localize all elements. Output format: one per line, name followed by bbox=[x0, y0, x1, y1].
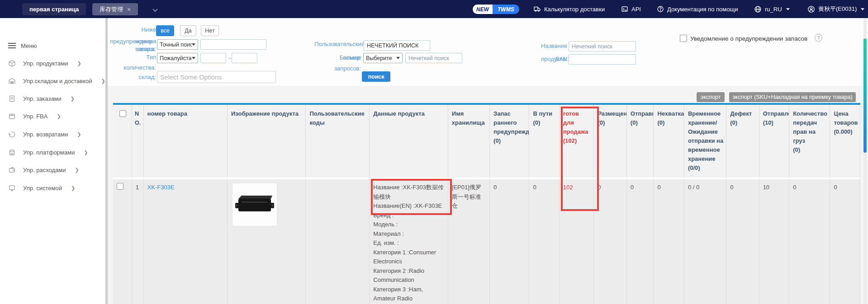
topbar-item-user[interactable]: 黄秋平(E0031) bbox=[807, 0, 864, 18]
product-data-line: Категория 1 :Consumer Electronics bbox=[373, 248, 445, 267]
search-button[interactable]: поиск bbox=[362, 71, 390, 82]
product-data-line: Модель : bbox=[373, 220, 445, 229]
product-number-label-line2: товара: bbox=[135, 46, 155, 52]
sidebar-item-label: Упр. заказами bbox=[23, 95, 62, 102]
sidebar-item-return[interactable]: Упр. возвратами❯ bbox=[8, 131, 81, 138]
product-number-select[interactable]: Точный поиск bbox=[157, 39, 198, 50]
more-queries-select[interactable]: Выберите bbox=[363, 53, 403, 63]
column-header-placement: Размещение(0) bbox=[594, 105, 626, 178]
globe-icon bbox=[754, 5, 762, 13]
hamburger-icon bbox=[8, 42, 16, 50]
terminal-icon bbox=[621, 5, 628, 13]
topbar-item-terminal[interactable]: API bbox=[621, 0, 641, 18]
store-icon bbox=[8, 149, 16, 156]
column-header-product_data: Данные продукта bbox=[370, 105, 448, 178]
filter-yes-button[interactable]: Да bbox=[180, 25, 196, 36]
column-header-ready_for_sale: готов для продажа(102) bbox=[560, 105, 594, 178]
sidebar-item-cube[interactable]: Упр. продуктами❯ bbox=[8, 60, 81, 67]
product-data-line: Категория 3 :Ham, Amateur Radio bbox=[373, 285, 445, 304]
scrollbar-thumb[interactable] bbox=[863, 38, 867, 153]
topbar-item-label: API bbox=[631, 6, 641, 13]
menu-label: Меню bbox=[21, 42, 37, 49]
qty-min-input[interactable] bbox=[200, 53, 226, 63]
sidebar-item-label: Упр. возвратами bbox=[23, 131, 68, 138]
topbar-item-globe[interactable]: ru_RU bbox=[754, 0, 790, 18]
caret-down-icon bbox=[786, 8, 790, 10]
product-data-line: Название :XK-F303数据传输模块 bbox=[373, 183, 445, 201]
sidebar-item-store[interactable]: Упр. платформами❯ bbox=[8, 149, 88, 156]
product-name-label-line1: Название bbox=[541, 42, 567, 49]
column-header-custom_codes: Пользовательские коды bbox=[306, 105, 370, 178]
cell-cargo_transfer: 0 bbox=[789, 179, 830, 304]
column-header-no: NO. bbox=[132, 105, 144, 178]
column-header-in_transit: В пути(0) bbox=[529, 105, 560, 178]
user-icon bbox=[807, 5, 815, 13]
tab-home[interactable]: первая страница bbox=[22, 3, 86, 15]
chevron-right-icon: ❯ bbox=[77, 131, 81, 137]
cell-price: 0 bbox=[830, 179, 860, 304]
filter-all-button[interactable]: все bbox=[156, 25, 174, 36]
custom-code-label-line2: номер: bbox=[343, 54, 362, 61]
product-data-line: Категория 2 :Radio Communication bbox=[373, 267, 445, 285]
below-warning-label-line1: Ниже bbox=[141, 26, 156, 33]
qty-max-input[interactable] bbox=[232, 53, 257, 63]
wallet-icon bbox=[8, 166, 16, 174]
stock-warning-label: Уведомление о предупреждении запасов bbox=[690, 35, 807, 42]
cell-early_warning: 0 bbox=[490, 179, 529, 304]
sidebar-item-wallet[interactable]: Упр. расходами❯ bbox=[8, 166, 79, 174]
column-header-early_warning: Запас раннего предупреждения(0) bbox=[490, 105, 529, 178]
cell-defect: 0 bbox=[726, 179, 759, 304]
sidebar-item-system[interactable]: Упр. системой❯ bbox=[8, 184, 75, 192]
more-queries-input[interactable] bbox=[405, 53, 462, 63]
topbar-item-truck[interactable]: Калькулятор доставки bbox=[533, 0, 605, 18]
tab-inventory[interactable]: 库存管理 × bbox=[92, 3, 138, 15]
export-sku-button[interactable]: экспорт (SKU+Накладная на приемку товара… bbox=[729, 92, 856, 102]
sidebar-item-document[interactable]: Упр. заказами❯ bbox=[8, 95, 75, 103]
select-all-checkbox[interactable] bbox=[119, 110, 126, 117]
product-name-input[interactable] bbox=[569, 41, 636, 51]
help-icon[interactable]: ? bbox=[815, 34, 822, 42]
chevron-right-icon: ❯ bbox=[75, 167, 79, 173]
product-image[interactable] bbox=[232, 183, 277, 226]
menu-toggle[interactable]: Меню bbox=[8, 42, 37, 50]
chevron-right-icon: ❯ bbox=[77, 61, 81, 66]
column-header-temp_storage: Временное хранение/Ожидание отправки на … bbox=[684, 105, 726, 178]
column-header-image: Изображение продукта bbox=[228, 105, 306, 178]
sidebar-item-box[interactable]: Упр. FBA❯ bbox=[8, 112, 61, 120]
warehouse-multiselect[interactable] bbox=[157, 71, 276, 83]
stock-warning-checkbox[interactable] bbox=[680, 35, 687, 42]
product-number-input[interactable] bbox=[200, 39, 266, 50]
column-header-shipped: Отправлено(10) bbox=[759, 105, 790, 178]
product-data-line: Ед. изм. : bbox=[373, 239, 445, 248]
filter-no-button[interactable]: Нет bbox=[201, 25, 219, 36]
row-checkbox[interactable] bbox=[117, 183, 123, 190]
tab-inventory-label: 库存管理 bbox=[100, 5, 123, 14]
topbar: первая страница 库存管理 × NEW TWMS Калькуля… bbox=[0, 0, 868, 18]
table-row: 1XK-F303E Название :XK-F303数据传输模块Названи… bbox=[113, 179, 860, 304]
warehouse-label: склад: bbox=[139, 74, 156, 80]
cube-icon bbox=[8, 60, 16, 67]
sidebar-item-warehouse[interactable]: Упр.складом и доставкой❯ bbox=[8, 77, 105, 85]
cell-shortage: 0 bbox=[654, 179, 684, 304]
close-icon[interactable]: × bbox=[127, 6, 131, 13]
cell-in_transit: 0 bbox=[529, 179, 560, 304]
topbar-item-label: ru_RU bbox=[765, 6, 782, 13]
topbar-item-help[interactable]: Документация по помощи bbox=[657, 0, 738, 18]
range-separator: ~ bbox=[228, 55, 232, 61]
ean-input[interactable] bbox=[569, 54, 636, 65]
custom-code-input[interactable] bbox=[364, 40, 430, 51]
cell-shipped: 10 bbox=[759, 179, 790, 304]
qty-type-label-line2: количества: bbox=[123, 64, 156, 71]
topbar-item-label: Калькулятор доставки bbox=[544, 6, 605, 13]
column-header-warehouse: Имя хранилища bbox=[448, 105, 490, 178]
chevron-down-icon[interactable] bbox=[152, 6, 158, 14]
tab-home-label: первая страница bbox=[29, 6, 79, 13]
sidebar-item-label: Упр. платформами bbox=[23, 149, 75, 156]
chevron-right-icon: ❯ bbox=[71, 185, 75, 191]
topbar-item-label: 黄秋平(E0031) bbox=[818, 5, 857, 13]
sku-link[interactable]: XK-F303E bbox=[147, 184, 175, 191]
qty-type-select[interactable]: Пожалуйста bbox=[157, 53, 198, 63]
export-button[interactable]: экспорт bbox=[697, 92, 725, 102]
more-queries-label-line2: запросов: bbox=[334, 65, 361, 72]
sidebar: Меню Упр. продуктами❯Упр.складом и доста… bbox=[0, 18, 105, 304]
